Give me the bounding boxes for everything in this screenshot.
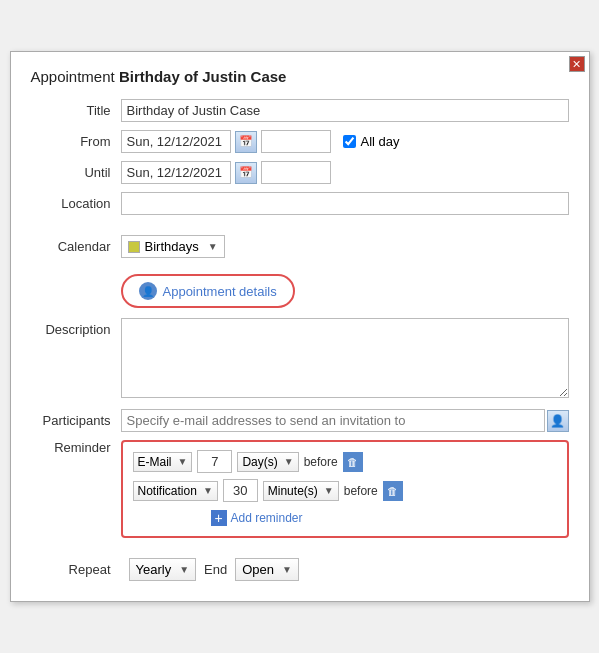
end-select[interactable]: Open ▼ — [235, 558, 299, 581]
repeat-select[interactable]: Yearly ▼ — [129, 558, 197, 581]
participants-label: Participants — [31, 413, 121, 428]
allday-label: All day — [361, 134, 400, 149]
reminder-section: E-Mail ▼ Day(s) ▼ before 🗑 Notification … — [121, 440, 569, 538]
repeat-arrow: ▼ — [179, 564, 189, 575]
end-value: Open — [242, 562, 274, 577]
from-time-input[interactable] — [261, 130, 331, 153]
until-date-input[interactable] — [121, 161, 231, 184]
repeat-value: Yearly — [136, 562, 172, 577]
reminder-1-num-input[interactable] — [197, 450, 232, 473]
participants-field: 👤 — [121, 409, 569, 432]
reminder-1-type-select[interactable]: E-Mail ▼ — [133, 452, 193, 472]
reminder-2-before-text: before — [344, 484, 378, 498]
location-input[interactable] — [121, 192, 569, 215]
calendar-color-box — [128, 241, 140, 253]
reminder-1-unit-select[interactable]: Day(s) ▼ — [237, 452, 298, 472]
calendar-row: Calendar Birthdays ▼ — [31, 235, 569, 258]
reminder-2-row: Notification ▼ Minute(s) ▼ before 🗑 — [133, 479, 557, 502]
title-label: Title — [31, 103, 121, 118]
from-field: 📅 All day — [121, 130, 569, 153]
reminder-1-unit-value: Day(s) — [242, 455, 277, 469]
calendar-dropdown-arrow: ▼ — [208, 241, 218, 252]
reminder-1-type-value: E-Mail — [138, 455, 172, 469]
until-time-input[interactable] — [261, 161, 331, 184]
reminder-1-type-arrow: ▼ — [178, 456, 188, 467]
reminder-row-outer: Reminder E-Mail ▼ Day(s) ▼ before 🗑 Not — [31, 440, 569, 548]
appointment-details-button[interactable]: 👤 Appointment details — [121, 274, 295, 308]
add-reminder-button[interactable]: + Add reminder — [211, 508, 303, 528]
reminder-1-row: E-Mail ▼ Day(s) ▼ before 🗑 — [133, 450, 557, 473]
location-field — [121, 192, 569, 215]
allday-checkbox[interactable] — [343, 135, 356, 148]
repeat-label: Repeat — [31, 562, 121, 577]
reminder-1-delete-button[interactable]: 🗑 — [343, 452, 363, 472]
add-reminder-plus-icon: + — [211, 510, 227, 526]
participants-input[interactable] — [121, 409, 545, 432]
calendar-value: Birthdays — [145, 239, 199, 254]
description-textarea[interactable] — [121, 318, 569, 398]
close-button[interactable]: ✕ — [569, 56, 585, 72]
until-row: Until 📅 — [31, 161, 569, 184]
location-label: Location — [31, 196, 121, 211]
title-row: Title — [31, 99, 569, 122]
reminder-2-type-value: Notification — [138, 484, 197, 498]
end-label: End — [204, 562, 227, 577]
reminder-label: Reminder — [31, 440, 121, 455]
calendar-dropdown[interactable]: Birthdays ▼ — [121, 235, 225, 258]
reminder-1-before-text: before — [304, 455, 338, 469]
allday-row: All day — [343, 134, 400, 149]
reminder-1-unit-arrow: ▼ — [284, 456, 294, 467]
reminder-2-unit-value: Minute(s) — [268, 484, 318, 498]
repeat-row: Repeat Yearly ▼ End Open ▼ — [31, 558, 569, 581]
appointment-details-icon: 👤 — [139, 282, 157, 300]
from-date-input[interactable] — [121, 130, 231, 153]
reminder-2-unit-arrow: ▼ — [324, 485, 334, 496]
calendar-label: Calendar — [31, 239, 121, 254]
dialog-title: Appointment Birthday of Justin Case — [31, 68, 569, 85]
location-row: Location — [31, 192, 569, 215]
from-row: From 📅 All day — [31, 130, 569, 153]
appointment-details-label: Appointment details — [163, 284, 277, 299]
appointment-dialog: ✕ Appointment Birthday of Justin Case Ti… — [10, 51, 590, 602]
add-reminder-label: Add reminder — [231, 511, 303, 525]
until-label: Until — [31, 165, 121, 180]
title-prefix: Appointment — [31, 68, 119, 85]
add-participant-button[interactable]: 👤 — [547, 410, 569, 432]
until-calendar-button[interactable]: 📅 — [235, 162, 257, 184]
from-label: From — [31, 134, 121, 149]
reminder-2-type-arrow: ▼ — [203, 485, 213, 496]
until-field: 📅 — [121, 161, 569, 184]
participants-row: Participants 👤 — [31, 409, 569, 432]
title-bold: Birthday of Justin Case — [119, 68, 287, 85]
from-calendar-button[interactable]: 📅 — [235, 131, 257, 153]
reminder-2-num-input[interactable] — [223, 479, 258, 502]
reminder-2-delete-button[interactable]: 🗑 — [383, 481, 403, 501]
end-arrow: ▼ — [282, 564, 292, 575]
description-row: Description — [31, 318, 569, 401]
reminder-2-unit-select[interactable]: Minute(s) ▼ — [263, 481, 339, 501]
description-label: Description — [31, 318, 121, 337]
description-field — [121, 318, 569, 401]
title-field — [121, 99, 569, 122]
reminder-2-type-select[interactable]: Notification ▼ — [133, 481, 218, 501]
title-input[interactable] — [121, 99, 569, 122]
